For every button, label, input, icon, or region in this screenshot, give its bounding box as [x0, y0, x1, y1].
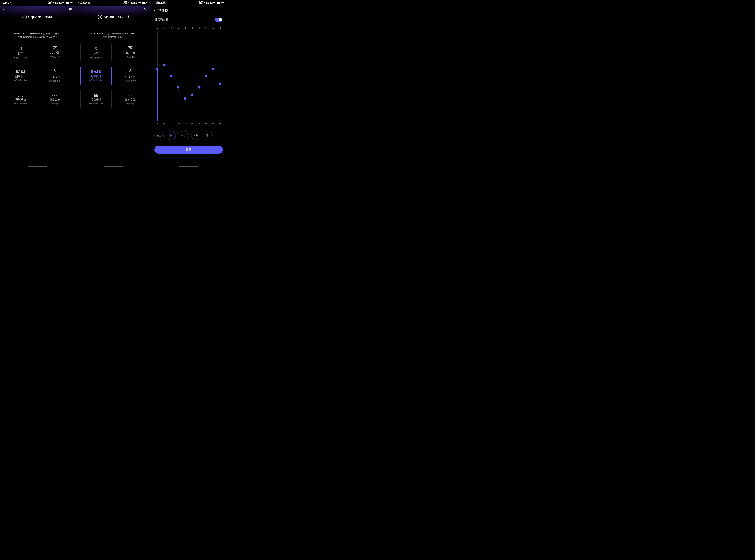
use-eq-switch[interactable]: [215, 18, 222, 22]
eq-band-59[interactable]: +359: [161, 26, 168, 126]
wifi-icon: ᯤ: [203, 2, 206, 4]
battery-indicator: 82: [66, 2, 73, 4]
effect-3d[interactable]: 3D 3D 声效 环绕立体声: [115, 42, 146, 62]
more-icon: •••: [52, 93, 58, 97]
eq-band-value: +2: [212, 26, 214, 31]
eq-slider-thumb[interactable]: [163, 64, 166, 66]
eq-band-value: -5: [191, 26, 193, 31]
eq-slider-track[interactable]: [199, 32, 199, 121]
eq-slider-track[interactable]: [157, 32, 158, 121]
note-icon: ♫: [19, 45, 22, 51]
effect-vocal[interactable]: 纯净人声 音色明亮通透: [39, 66, 71, 86]
bars-icon: [18, 94, 23, 97]
eq-slider-track[interactable]: [171, 32, 172, 121]
svg-point-5: [146, 9, 146, 9]
battery-percent: 82: [146, 2, 148, 4]
eq-band-2K[interactable]: -32K: [196, 26, 202, 126]
status-song: 是她的笑: [80, 1, 90, 4]
eq-slider-thumb[interactable]: [198, 86, 200, 88]
effect-bass[interactable]: BASS 超重低音 纯正澎湃防爆破: [5, 66, 36, 86]
eq-slider-thumb[interactable]: [219, 82, 221, 85]
eq-slider-track[interactable]: [185, 32, 186, 121]
effects-grid: ♫ 原声 不使用任何音效 3D 3D 声效 环绕立体声 BASS 超重低音 纯正…: [0, 39, 75, 113]
eq-slider-track[interactable]: [178, 32, 178, 121]
eq-slider-track[interactable]: [192, 32, 192, 121]
eq-band-1K[interactable]: -51K: [189, 26, 195, 126]
eq-slider-thumb[interactable]: [177, 86, 179, 88]
effect-more[interactable]: ••• 更多音效 敬请期待: [39, 89, 71, 109]
signal-icon-2: ▮◢: [210, 2, 212, 4]
reset-button[interactable]: 重置: [154, 146, 223, 154]
eq-slider-thumb[interactable]: [212, 67, 214, 70]
eq-slider-thumb[interactable]: [170, 75, 173, 77]
eq-band-value: 0: [206, 26, 207, 31]
eq-toggle-row: 使用均衡器: [151, 14, 226, 25]
more-icon: •••: [128, 93, 133, 97]
music-icon: ♪: [10, 2, 11, 4]
effect-vocal[interactable]: 纯净人声 音色明亮通透: [115, 66, 146, 86]
signal-icon-2: ▮◢: [134, 2, 137, 4]
signal-icon: ▮◢: [131, 2, 133, 4]
effect-bass[interactable]: BASS 超重低音 纯正澎湃防爆破: [80, 66, 112, 86]
eq-band-value: -2: [219, 26, 221, 31]
header-wave: ‹ S Square Sound: [76, 6, 151, 32]
eq-slider-thumb[interactable]: [191, 94, 193, 96]
eq-slider-thumb[interactable]: [205, 75, 207, 77]
effect-3d[interactable]: 3D 3D 声效 环绕立体声: [39, 42, 71, 62]
preset-流行[interactable]: 流行: [167, 131, 176, 140]
3d-icon: 3D: [128, 46, 133, 50]
back-button[interactable]: ‹: [79, 7, 80, 12]
wifi-icon: ᯤ: [128, 2, 130, 4]
use-eq-label: 使用均衡器: [155, 18, 168, 21]
eq-band-value: +3: [163, 26, 166, 31]
eq-band-29[interactable]: +229: [154, 26, 160, 126]
eq-presets: 自定义流行摇滚古典爵士: [151, 126, 226, 140]
effect-original[interactable]: ♫ 原声 不使用任何音效: [80, 42, 112, 62]
mic-icon: [128, 69, 132, 74]
mic-icon: [53, 69, 57, 74]
eq-slider-thumb[interactable]: [184, 97, 186, 100]
description: Square Sound 由魅族联合全国顶级声学团队开发， 打造出震撼的听觉体验: [76, 32, 151, 39]
music-icon: ♪: [78, 2, 79, 4]
eq-slider-thumb[interactable]: [156, 67, 158, 70]
svg-point-2: [71, 8, 72, 8]
svg-point-1: [70, 9, 71, 9]
battery-indicator: 82: [141, 2, 148, 4]
svg-point-0: [69, 8, 70, 8]
equalizer-button[interactable]: [69, 7, 72, 12]
brand-logo: S Square Sound: [0, 15, 75, 19]
eq-slider-track[interactable]: [220, 32, 220, 121]
preset-摇滚[interactable]: 摇滚: [179, 131, 188, 140]
eq-band-119[interactable]: 0119: [168, 26, 174, 126]
preset-古典[interactable]: 古典: [191, 131, 200, 140]
eq-band-15K[interactable]: -215K: [217, 26, 223, 126]
preset-爵士[interactable]: 爵士: [204, 131, 213, 140]
home-indicator[interactable]: [179, 166, 198, 167]
effect-live[interactable]: 现场乐动 360°沉浸式体验: [80, 89, 112, 109]
back-button[interactable]: ‹: [154, 8, 155, 13]
home-indicator[interactable]: [28, 166, 47, 167]
eq-band-237[interactable]: -3237: [175, 26, 181, 126]
eq-slider-track[interactable]: [206, 32, 206, 121]
effect-live[interactable]: 现场乐动 360°沉浸式体验: [5, 89, 36, 109]
preset-自定义[interactable]: 自定义: [154, 131, 163, 140]
effect-original[interactable]: ♫ 原声 不使用任何音效: [5, 42, 36, 62]
music-icon: ♪: [153, 2, 155, 4]
svg-point-6: [147, 8, 147, 8]
eq-header: ‹ 均衡器: [151, 6, 226, 14]
eq-band-freq: 1K: [191, 122, 193, 126]
eq-band-4K[interactable]: 04K: [203, 26, 209, 126]
back-button[interactable]: ‹: [3, 7, 4, 12]
hd-icon: HD: [213, 2, 216, 4]
home-indicator[interactable]: [103, 166, 123, 167]
effects-grid: ♫ 原声 不使用任何音效 3D 3D 声效 环绕立体声 BASS 超重低音 纯正…: [76, 39, 151, 113]
eq-slider-track[interactable]: [164, 32, 164, 121]
equalizer-button[interactable]: [144, 7, 148, 12]
battery-percent: 82: [222, 2, 224, 4]
eq-band-value: -6: [184, 26, 186, 31]
effect-more[interactable]: ••• 更多音效 敬请期待: [115, 89, 146, 109]
svg-point-4: [145, 8, 145, 8]
eq-band-8K[interactable]: +28K: [210, 26, 216, 126]
eq-slider-track[interactable]: [213, 32, 213, 121]
eq-band-474[interactable]: -6474: [182, 26, 188, 126]
